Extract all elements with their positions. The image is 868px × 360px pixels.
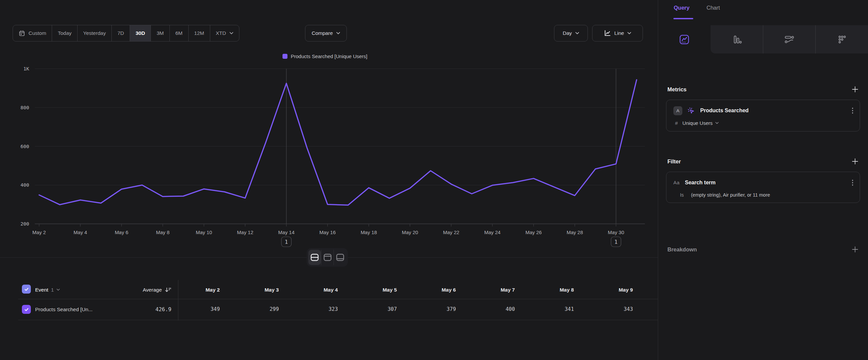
tab-chart[interactable]: Chart	[707, 5, 720, 11]
x-tick-label: May 22	[443, 229, 459, 235]
report-tab-flows[interactable]	[763, 25, 816, 53]
metric-row: A Products Searched	[666, 105, 860, 116]
chevron-down-icon	[715, 122, 719, 124]
column-header-6[interactable]: May 7	[473, 281, 515, 299]
range-label: Custom	[29, 30, 46, 36]
granularity-label: Day	[563, 30, 572, 36]
event-click-icon	[687, 107, 695, 115]
layout-table-only-button[interactable]	[334, 250, 346, 265]
column-header-1[interactable]: May 2	[178, 281, 220, 299]
filter-heading: Filter	[668, 159, 681, 165]
x-tick-label: May 2	[32, 229, 46, 235]
layout-chart-only-button[interactable]	[321, 250, 334, 265]
filter-operator[interactable]: Is	[680, 192, 684, 198]
range-yesterday[interactable]: Yesterday	[77, 25, 112, 41]
sort-descending-icon	[165, 287, 172, 293]
range-30d[interactable]: 30D	[130, 25, 151, 41]
insights-icon	[679, 34, 690, 45]
y-tick-label: 800	[21, 105, 29, 110]
y-tick-label: 400	[21, 182, 29, 188]
range-xtd[interactable]: XTD	[210, 25, 239, 41]
event-label: Event	[35, 287, 49, 293]
chart-legend: Products Searched [Unique Users]	[0, 53, 650, 59]
metric-card[interactable]: A Products Searched # Unique Users	[666, 100, 860, 132]
chevron-down-icon	[229, 32, 234, 34]
x-tick-label: May 10	[196, 229, 212, 235]
x-tick-label: May 28	[567, 229, 583, 235]
add-metric-button[interactable]	[851, 86, 859, 94]
cell-value-6: 400	[473, 299, 515, 320]
filter-value[interactable]: (empty string), Air purifier, or 11 more	[691, 192, 770, 198]
x-tick-label: May 8	[156, 229, 169, 235]
plus-icon	[851, 246, 859, 253]
column-header-3[interactable]: May 4	[296, 281, 338, 299]
cell-value-1: 349	[178, 299, 220, 320]
chart-type-button[interactable]: Line	[592, 25, 643, 41]
filter-property-name: Search term	[685, 180, 716, 186]
filter-menu-button[interactable]	[852, 177, 854, 188]
report-type-tabs	[658, 25, 868, 53]
range-label: 6M	[176, 30, 183, 36]
compare-button[interactable]: Compare	[305, 25, 347, 41]
column-header-8[interactable]: May 9	[591, 281, 633, 299]
cell-value-4: 307	[355, 299, 397, 320]
main-area: CustomTodayYesterday7D30D3M6M12MXTD Comp…	[0, 0, 658, 360]
filter-card[interactable]: Aa Search term Is (empty string), Air pu…	[666, 172, 860, 203]
line-chart[interactable]: 1K800600400200May 2May 4May 6May 8May 10…	[10, 65, 650, 257]
select-all-checkbox[interactable]	[22, 285, 31, 294]
add-filter-button[interactable]	[851, 158, 859, 166]
chevron-down-icon	[575, 32, 579, 34]
tab-query[interactable]: Query	[674, 5, 690, 11]
report-tab-funnels[interactable]	[711, 25, 763, 53]
range-7d[interactable]: 7D	[112, 25, 130, 41]
column-header-2[interactable]: May 3	[237, 281, 279, 299]
add-breakdown-button[interactable]	[851, 246, 859, 254]
metrics-heading: Metrics	[668, 86, 687, 93]
grid-dots-icon	[837, 34, 847, 45]
range-label: Yesterday	[83, 30, 106, 36]
plus-icon	[851, 158, 859, 165]
event-count: 1	[51, 287, 54, 293]
chevron-down-icon	[336, 32, 340, 34]
range-custom[interactable]: Custom	[13, 25, 52, 41]
range-6m[interactable]: 6M	[169, 25, 188, 41]
x-tick-label: May 30	[608, 229, 624, 235]
report-tab-insights[interactable]	[658, 25, 711, 53]
column-header-4[interactable]: May 5	[355, 281, 397, 299]
table-row-divider	[18, 320, 658, 320]
range-label: XTD	[216, 30, 226, 36]
metric-menu-button[interactable]	[852, 105, 854, 116]
x-tick-label: May 6	[115, 229, 128, 235]
metric-name: Products Searched	[700, 108, 749, 114]
range-12m[interactable]: 12M	[188, 25, 210, 41]
column-header-5[interactable]: May 6	[414, 281, 456, 299]
y-tick-label: 600	[21, 144, 29, 149]
metric-aggregation-row: # Unique Users	[666, 118, 860, 127]
filter-property-row: Aa Search term	[666, 177, 860, 188]
column-header-7[interactable]: May 8	[532, 281, 574, 299]
cell-value-7: 341	[532, 299, 574, 320]
granularity-button[interactable]: Day	[554, 25, 588, 41]
average-column-header[interactable]: Average	[110, 281, 172, 299]
check-icon	[24, 286, 29, 292]
range-3m[interactable]: 3M	[151, 25, 169, 41]
average-label: Average	[143, 287, 162, 293]
active-tab-underline	[673, 18, 693, 19]
plus-icon	[851, 86, 859, 93]
x-tick-label: May 4	[73, 229, 87, 235]
report-tab-retention[interactable]	[815, 25, 868, 53]
breakdown-heading: Breakdown	[668, 246, 697, 253]
range-today[interactable]: Today	[52, 25, 77, 41]
aggregation-dropdown[interactable]: Unique Users	[682, 120, 719, 126]
flows-icon	[783, 34, 795, 45]
table-row-average: 426.9	[110, 299, 172, 320]
calendar-icon	[19, 30, 25, 36]
legend-series-label: Products Searched [Unique Users]	[291, 53, 367, 59]
row-checkbox[interactable]	[22, 305, 31, 314]
annotation-badge-label: 1	[285, 239, 288, 245]
event-column-header[interactable]: Event 1	[35, 281, 60, 299]
chart-type-label: Line	[614, 30, 624, 36]
filter-condition-row: Is (empty string), Air purifier, or 11 m…	[666, 191, 860, 199]
layout-split-button[interactable]	[308, 250, 321, 265]
x-tick-label: May 18	[361, 229, 377, 235]
